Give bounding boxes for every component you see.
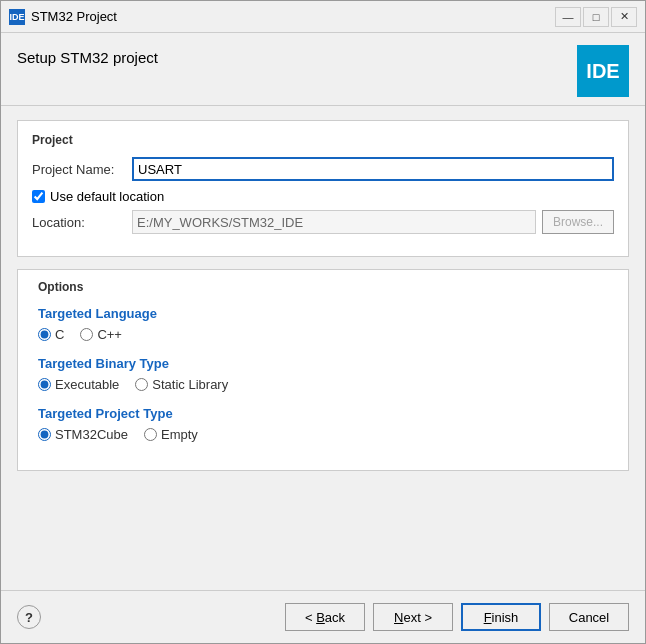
targeted-project-type-radios: STM32Cube Empty: [38, 427, 608, 442]
minimize-button[interactable]: —: [555, 7, 581, 27]
targeted-binary-type-block: Targeted Binary Type Executable Static L…: [38, 356, 608, 392]
maximize-button[interactable]: □: [583, 7, 609, 27]
page-title: Setup STM32 project: [17, 49, 158, 66]
project-type-stm32cube-radio[interactable]: [38, 428, 51, 441]
back-label: < Back: [305, 610, 345, 625]
targeted-binary-type-label: Targeted Binary Type: [38, 356, 608, 371]
language-c-radio[interactable]: [38, 328, 51, 341]
project-name-label: Project Name:: [32, 162, 132, 177]
language-cpp-option[interactable]: C++: [80, 327, 122, 342]
help-button[interactable]: ?: [17, 605, 41, 629]
project-group: Project Project Name: Use default locati…: [17, 120, 629, 257]
use-default-location-label[interactable]: Use default location: [50, 189, 164, 204]
project-type-empty-radio[interactable]: [144, 428, 157, 441]
project-name-input[interactable]: [132, 157, 614, 181]
targeted-project-type-block: Targeted Project Type STM32Cube Empty: [38, 406, 608, 442]
title-bar: IDE STM32 Project — □ ✕: [1, 1, 645, 33]
targeted-language-radios: C C++: [38, 327, 608, 342]
finish-button[interactable]: Finish: [461, 603, 541, 631]
location-input: [132, 210, 536, 234]
footer-left: ?: [17, 605, 41, 629]
language-cpp-radio[interactable]: [80, 328, 93, 341]
binary-static-library-radio[interactable]: [135, 378, 148, 391]
project-type-stm32cube-option[interactable]: STM32Cube: [38, 427, 128, 442]
cancel-button[interactable]: Cancel: [549, 603, 629, 631]
targeted-language-block: Targeted Language C C++: [38, 306, 608, 342]
finish-label: Finish: [484, 610, 519, 625]
binary-executable-option[interactable]: Executable: [38, 377, 119, 392]
footer-right: < Back Next > Finish Cancel: [285, 603, 629, 631]
project-section-label: Project: [32, 133, 614, 147]
location-row: Location: Browse...: [32, 210, 614, 234]
project-name-row: Project Name:: [32, 157, 614, 181]
use-default-location-row: Use default location: [32, 189, 614, 204]
ide-logo: IDE: [577, 45, 629, 97]
location-label: Location:: [32, 215, 132, 230]
binary-executable-radio[interactable]: [38, 378, 51, 391]
project-type-empty-option[interactable]: Empty: [144, 427, 198, 442]
language-c-option[interactable]: C: [38, 327, 64, 342]
app-icon: IDE: [9, 9, 25, 25]
options-group: Options Targeted Language C C++ Tar: [17, 269, 629, 471]
use-default-location-checkbox[interactable]: [32, 190, 45, 203]
cancel-label: Cancel: [569, 610, 609, 625]
targeted-project-type-label: Targeted Project Type: [38, 406, 608, 421]
content-area: Project Project Name: Use default locati…: [1, 106, 645, 590]
next-button[interactable]: Next >: [373, 603, 453, 631]
main-window: IDE STM32 Project — □ ✕ Setup STM32 proj…: [0, 0, 646, 644]
close-button[interactable]: ✕: [611, 7, 637, 27]
targeted-binary-type-radios: Executable Static Library: [38, 377, 608, 392]
back-button[interactable]: < Back: [285, 603, 365, 631]
browse-button: Browse...: [542, 210, 614, 234]
targeted-language-label: Targeted Language: [38, 306, 608, 321]
title-bar-controls: — □ ✕: [555, 7, 637, 27]
next-label: Next >: [394, 610, 432, 625]
window-title: STM32 Project: [31, 9, 555, 24]
options-section-label: Options: [38, 280, 608, 294]
header: Setup STM32 project IDE: [1, 33, 645, 105]
footer: ? < Back Next > Finish Cancel: [1, 591, 645, 643]
binary-static-library-option[interactable]: Static Library: [135, 377, 228, 392]
app-icon-label: IDE: [9, 12, 24, 22]
